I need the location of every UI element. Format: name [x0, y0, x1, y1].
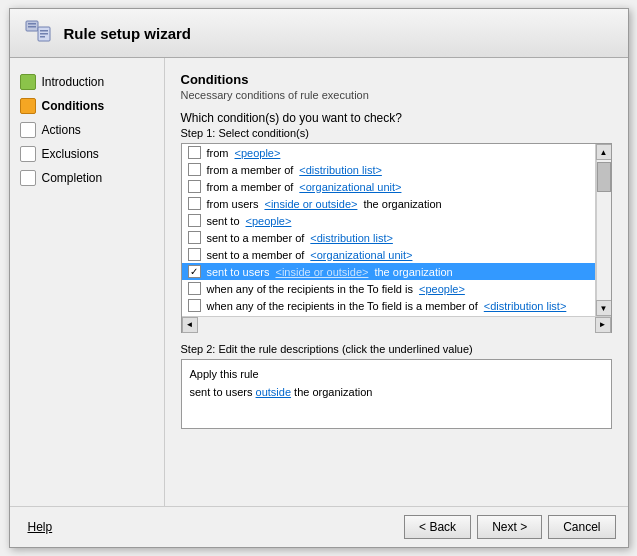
condition-label: from a member of [207, 181, 294, 193]
condition-label: when any of the recipients in the To fie… [207, 300, 478, 312]
condition-item[interactable]: from a member of <organizational unit> [182, 178, 595, 195]
description-line1: Apply this rule [190, 366, 603, 384]
condition-label: sent to a member of [207, 232, 305, 244]
condition-label: from a member of [207, 164, 294, 176]
condition-label: from users [207, 198, 259, 210]
condition-link[interactable]: <inside or outside> [264, 198, 357, 210]
scroll-thumb[interactable] [597, 162, 611, 192]
condition-checkbox[interactable] [188, 180, 201, 193]
section-subtitle: Necessary conditions of rule execution [181, 89, 612, 101]
condition-checkbox[interactable] [188, 231, 201, 244]
condition-checkbox[interactable] [188, 282, 201, 295]
conditions-question: Which condition(s) do you want to check? [181, 111, 612, 125]
scroll-up-button[interactable]: ▲ [596, 144, 611, 160]
condition-item[interactable]: sent to <people> [182, 212, 595, 229]
scroll-down-button[interactable]: ▼ [596, 300, 611, 316]
svg-rect-2 [28, 26, 36, 28]
description-box: Apply this rule sent to users outside th… [181, 359, 612, 429]
sidebar-label-conditions: Conditions [42, 99, 105, 113]
description-line2: sent to users outside the organization [190, 384, 603, 402]
sidebar-label-introduction: Introduction [42, 75, 105, 89]
cancel-button[interactable]: Cancel [548, 515, 615, 539]
condition-checkbox[interactable] [188, 197, 201, 210]
condition-link[interactable]: <distribution list> [299, 164, 382, 176]
condition-link[interactable]: <people> [235, 147, 281, 159]
svg-rect-4 [40, 30, 48, 32]
help-button[interactable]: Help [22, 516, 59, 538]
sidebar: Introduction Conditions Actions Exclusio… [10, 58, 165, 506]
condition-item[interactable]: when any of the recipients in the To fie… [182, 280, 595, 297]
back-button[interactable]: < Back [404, 515, 471, 539]
completion-icon [20, 170, 36, 186]
conditions-list[interactable]: from <people>from a member of <distribut… [182, 144, 595, 316]
step2-area: Step 2: Edit the rule descriptions (clic… [181, 343, 612, 429]
sidebar-label-actions: Actions [42, 123, 81, 137]
condition-checkbox[interactable] [188, 299, 201, 312]
condition-link[interactable]: <inside or outside> [275, 266, 368, 278]
condition-item[interactable]: from <people> [182, 144, 595, 161]
step1-label: Step 1: Select condition(s) [181, 127, 612, 139]
condition-item[interactable]: sent to a member of <distribution list> [182, 229, 595, 246]
dialog-body: Introduction Conditions Actions Exclusio… [10, 58, 628, 506]
section-title: Conditions [181, 72, 612, 87]
scroll-track [596, 160, 611, 300]
h-scroll-track [198, 317, 595, 333]
conditions-list-body: from <people>from a member of <distribut… [182, 144, 611, 316]
description-suffix: the organization [291, 386, 372, 398]
condition-item[interactable]: sent to users <inside or outside> the or… [182, 263, 595, 280]
svg-rect-6 [40, 36, 45, 38]
condition-item[interactable]: when any of the recipients in the To fie… [182, 297, 595, 314]
svg-rect-1 [28, 23, 36, 25]
next-button[interactable]: Next > [477, 515, 542, 539]
condition-label: sent to [207, 215, 240, 227]
conditions-icon [20, 98, 36, 114]
sidebar-item-introduction[interactable]: Introduction [10, 70, 164, 94]
condition-checkbox[interactable] [188, 265, 201, 278]
scroll-right-button[interactable]: ► [595, 317, 611, 333]
dialog-icon [22, 17, 54, 49]
condition-item[interactable]: sent to a member of <organizational unit… [182, 246, 595, 263]
introduction-icon [20, 74, 36, 90]
condition-suffix: the organization [363, 198, 441, 210]
condition-link[interactable]: <organizational unit> [299, 181, 401, 193]
condition-suffix: the organization [374, 266, 452, 278]
scroll-left-button[interactable]: ◄ [182, 317, 198, 333]
step2-label: Step 2: Edit the rule descriptions (clic… [181, 343, 612, 355]
vertical-scrollbar: ▲ ▼ [595, 144, 611, 316]
main-content: Conditions Necessary conditions of rule … [165, 58, 628, 506]
condition-link[interactable]: <people> [419, 283, 465, 295]
sidebar-label-exclusions: Exclusions [42, 147, 99, 161]
sidebar-item-actions[interactable]: Actions [10, 118, 164, 142]
condition-checkbox[interactable] [188, 146, 201, 159]
footer-buttons: < Back Next > Cancel [404, 515, 615, 539]
condition-label: sent to users [207, 266, 270, 278]
sidebar-item-exclusions[interactable]: Exclusions [10, 142, 164, 166]
condition-checkbox[interactable] [188, 163, 201, 176]
description-text: sent to users [190, 386, 256, 398]
condition-checkbox[interactable] [188, 214, 201, 227]
description-link[interactable]: outside [256, 386, 291, 398]
conditions-list-wrapper: from <people>from a member of <distribut… [181, 143, 612, 333]
title-bar: Rule setup wizard [10, 9, 628, 58]
exclusions-icon [20, 146, 36, 162]
condition-checkbox[interactable] [188, 248, 201, 261]
condition-item[interactable]: from a member of <distribution list> [182, 161, 595, 178]
condition-label: sent to a member of [207, 249, 305, 261]
condition-link[interactable]: <people> [246, 215, 292, 227]
condition-link[interactable]: <organizational unit> [310, 249, 412, 261]
footer: Help < Back Next > Cancel [10, 506, 628, 547]
actions-icon [20, 122, 36, 138]
sidebar-label-completion: Completion [42, 171, 103, 185]
condition-label: from [207, 147, 229, 159]
condition-link[interactable]: <distribution list> [484, 300, 567, 312]
condition-link[interactable]: <distribution list> [310, 232, 393, 244]
condition-label: when any of the recipients in the To fie… [207, 283, 413, 295]
dialog-title: Rule setup wizard [64, 25, 192, 42]
horizontal-scrollbar: ◄ ► [182, 316, 611, 332]
sidebar-item-conditions[interactable]: Conditions [10, 94, 164, 118]
sidebar-item-completion[interactable]: Completion [10, 166, 164, 190]
svg-rect-5 [40, 33, 48, 35]
rule-setup-dialog: Rule setup wizard Introduction Condition… [9, 8, 629, 548]
condition-item[interactable]: from users <inside or outside> the organ… [182, 195, 595, 212]
